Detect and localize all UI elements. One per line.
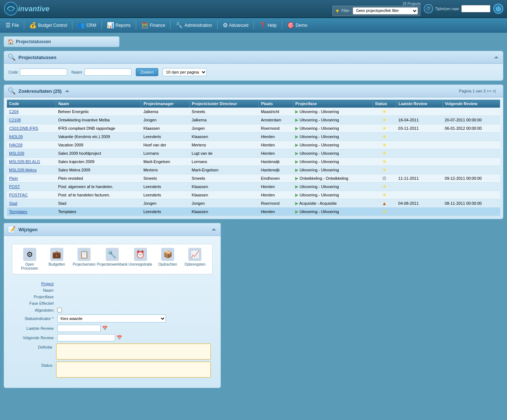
- filter-select[interactable]: Geen projectspecifiek filter: [353, 7, 418, 14]
- edit-form: Project Naam Projectfase Fase Effectief …: [8, 278, 216, 383]
- volgende-review-input[interactable]: [57, 334, 115, 341]
- code-link[interactable]: Templates: [9, 209, 27, 214]
- code-link[interactable]: IVAC09: [9, 143, 22, 147]
- table-row[interactable]: POSTFAC Post: af te handelen facturen. L…: [7, 191, 500, 199]
- code-link[interactable]: C204: [9, 109, 18, 114]
- tijdreizen-input[interactable]: [461, 5, 490, 12]
- code-link[interactable]: IHOL09: [9, 134, 23, 139]
- table-row[interactable]: Templates Templates Leenderts Klaassen H…: [7, 208, 500, 216]
- breadcrumb: 🏠 Projectstatussen: [4, 36, 120, 47]
- col-naam: Naam: [56, 100, 141, 108]
- table-row[interactable]: Plein Plein revisited Smeets Smeets Eind…: [7, 174, 500, 183]
- opbrengsten-item[interactable]: 📈 Opbrengsten: [183, 248, 207, 270]
- statusindicator-label: Statusindicator *: [14, 316, 54, 321]
- code-link[interactable]: MSLS09.Mekra: [9, 168, 37, 172]
- table-row[interactable]: Stad Stad Jongen Jongen Roermond ▶ Acqui…: [7, 199, 500, 208]
- project-link[interactable]: Project: [41, 282, 54, 286]
- cell-naam: Stad: [56, 199, 141, 208]
- status-icon: ☀: [382, 159, 387, 165]
- table-row[interactable]: C2108 Ontwikkeling Invantive Melba Jonge…: [7, 116, 500, 124]
- play-icon: ▶: [295, 134, 298, 139]
- rows-per-page-select[interactable]: 10 rijen per pagina 25 rijen per pagina …: [163, 68, 207, 76]
- code-link[interactable]: C2108: [9, 118, 21, 122]
- power-button[interactable]: ⏻: [493, 4, 503, 14]
- laatste-review-calendar-icon[interactable]: 📅: [102, 326, 108, 331]
- volgende-review-calendar-icon[interactable]: 📅: [117, 335, 122, 340]
- laatste-review-input[interactable]: [57, 325, 101, 332]
- cell-directeur: Lormans: [189, 158, 259, 166]
- cell-laatste: [396, 141, 443, 149]
- table-row[interactable]: MSLS09 Sales 2009 hoofdproject Lormans L…: [7, 149, 500, 158]
- nav-item-demo[interactable]: 🎯 Demo: [284, 20, 311, 30]
- table-row[interactable]: MSLS09.Mekra Sales Mekra 2009 Mertens Ma…: [7, 166, 500, 174]
- code-link[interactable]: MSLS09: [9, 151, 24, 155]
- nav-item-help[interactable]: ❓ Help: [255, 20, 280, 30]
- statusindicator-select[interactable]: Kies waarde: [57, 315, 166, 323]
- table-row[interactable]: IHOL09 Vakantie (Kerstmis etc.) 2009 Lee…: [7, 133, 500, 141]
- results-panel-body: Code Naam Projectmanager Projectcluster …: [4, 100, 503, 219]
- opbrengsten-icon: 📈: [188, 248, 201, 261]
- wijzigen-panel-collapse[interactable]: ⏶: [211, 226, 217, 233]
- cell-code: POSTFAC: [7, 191, 56, 199]
- code-link[interactable]: Stad: [9, 201, 17, 205]
- code-link[interactable]: Plein: [9, 176, 18, 180]
- open-processen-item[interactable]: ⚙ Open Processen: [18, 248, 41, 270]
- cell-fase: ▶ Uitvoering - Uitvoering: [293, 149, 373, 158]
- results-panel-collapse[interactable]: ⏶: [64, 88, 70, 94]
- nav-item-crm[interactable]: 👥 CRM: [74, 20, 100, 30]
- status-icon: ☀: [382, 142, 387, 148]
- search-panel-header: 🔍 Projectstatussen ⏶: [4, 51, 503, 64]
- code-link[interactable]: C503.DNB.IFRS: [9, 126, 38, 130]
- cell-laatste: [396, 108, 443, 116]
- nav-item-file[interactable]: ☰ File: [2, 20, 22, 30]
- code-link[interactable]: POST: [9, 184, 20, 189]
- code-link[interactable]: POSTFAC: [9, 193, 28, 197]
- table-row[interactable]: IVAC09 Vacation 2009 Hoef van der Merten…: [7, 141, 500, 149]
- projects-count: 25 Projects: [402, 2, 420, 6]
- status-textarea[interactable]: [56, 362, 211, 378]
- nav-item-finance[interactable]: 🧮 Finance: [138, 20, 169, 30]
- cell-status: ☀: [373, 116, 396, 124]
- nav-item-budget[interactable]: 💰 Budget Control: [26, 20, 71, 30]
- nav-bar: ☰ File 💰 Budget Control 👥 CRM 📊 Reports …: [0, 18, 507, 33]
- definitie-textarea[interactable]: [56, 344, 211, 359]
- cell-naam: Beheer Energetic: [56, 108, 141, 116]
- cell-status: ☀: [373, 149, 396, 158]
- table-row[interactable]: POST Post: algemeen af te handelen. Leen…: [7, 183, 500, 191]
- projectversies-item[interactable]: 📋 Projectversies: [72, 248, 96, 270]
- search-panel-collapse[interactable]: ⏶: [494, 54, 499, 61]
- table-row[interactable]: C204 Beheer Energetic Jalkema Smeets Maa…: [7, 108, 500, 116]
- afgesloten-checkbox[interactable]: [57, 308, 62, 312]
- cell-status: ☀: [373, 191, 396, 199]
- cell-plaats: Hierden: [259, 133, 293, 141]
- cell-plaats: Roermond: [259, 124, 293, 133]
- cell-naam: IFRS compliant DNB rapportage: [56, 124, 141, 133]
- cell-code: POST: [7, 183, 56, 191]
- cell-plaats: Amsterdam: [259, 116, 293, 124]
- nav-item-reports[interactable]: 📊 Reports: [103, 20, 134, 30]
- table-row[interactable]: C503.DNB.IFRS IFRS compliant DNB rapport…: [7, 124, 500, 133]
- projectenwerkbank-item[interactable]: 🔧 Projectenwerkbank: [100, 248, 125, 270]
- nav-divider-3: [101, 21, 102, 30]
- cell-directeur: Klaassen: [189, 183, 259, 191]
- nav-label-advanced: Advanced: [229, 23, 248, 28]
- nav-item-advanced[interactable]: ⚙ Advanced: [219, 20, 252, 30]
- play-icon: ▶: [295, 159, 298, 164]
- table-row[interactable]: MSLS09.BD.ALG Sales trajecten 2009 Marit…: [7, 158, 500, 166]
- cell-plaats: Hierden: [259, 208, 293, 216]
- code-link[interactable]: MSLS09.BD.ALG: [9, 159, 40, 164]
- nav-label-budget: Budget Control: [38, 23, 67, 28]
- cell-directeur: Mertens: [189, 141, 259, 149]
- code-input[interactable]: [20, 68, 67, 76]
- cell-manager: Leenderts: [141, 191, 189, 199]
- budgetten-item[interactable]: 💼 Budgetten: [45, 248, 68, 270]
- naam-input[interactable]: [84, 68, 131, 76]
- naam-label: Naam: [71, 70, 82, 74]
- col-status: Status: [373, 100, 396, 108]
- zoeken-button[interactable]: Zoeken: [136, 68, 159, 76]
- urenregistratie-item[interactable]: ⏰ Urenregistratie: [129, 248, 152, 270]
- nav-item-administration[interactable]: 🔧 Administration: [172, 20, 215, 30]
- naam-edit-row: Naam: [14, 288, 211, 292]
- filter-label: Filter :: [342, 9, 352, 13]
- opdrachten-item[interactable]: 📦 Opdrachten: [156, 248, 179, 270]
